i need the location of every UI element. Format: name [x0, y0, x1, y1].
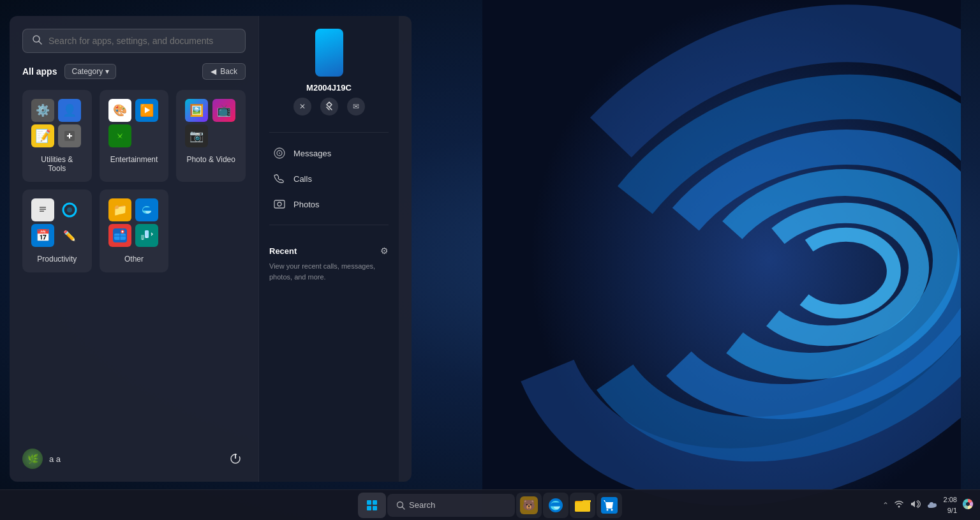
pen-icon: ✏️: [58, 224, 81, 247]
snip-icon: [58, 124, 81, 147]
other-icons: 📁: [108, 198, 160, 247]
category-chevron-icon: ▾: [105, 67, 109, 76]
photos-menu-item[interactable]: Photos: [269, 191, 389, 217]
category-label: Category: [71, 67, 103, 76]
search-bar[interactable]: [22, 29, 246, 53]
category-other[interactable]: 📁: [100, 189, 169, 272]
taskbar-center: Search 🐻: [358, 493, 622, 518]
calls-label: Calls: [293, 174, 312, 184]
phone-message-action[interactable]: ✉: [347, 98, 365, 115]
calendar-icon: 📅: [31, 224, 54, 247]
taskbar-app-edge[interactable]: [543, 493, 568, 518]
back-arrow-icon: ◀: [211, 67, 216, 76]
paint-icon: 🎨: [108, 99, 131, 122]
phone-device-section: M2004J19C ✕ ✉: [269, 29, 389, 124]
apps-header: All apps Category ▾ ◀ Back: [22, 63, 246, 80]
system-tray-expand[interactable]: ⌃: [882, 501, 889, 510]
category-utilities[interactable]: ⚙️ 👤 📝 Utilities & Tools: [22, 90, 92, 182]
entertainment-placeholder: [135, 124, 158, 147]
svg-point-25: [121, 231, 123, 233]
svg-point-48: [607, 509, 609, 510]
cortana-icon: [58, 198, 81, 221]
photos-app-icon: 🖼️: [185, 99, 208, 122]
other-label: Other: [108, 255, 160, 264]
utilities-label: Utilities & Tools: [31, 155, 83, 173]
user-icon: 👤: [58, 99, 81, 122]
divider-2: [269, 225, 389, 225]
svg-rect-40: [367, 506, 371, 510]
recent-description: View your recent calls, messages, photos…: [269, 261, 389, 282]
taskbar-app-file-explorer[interactable]: [570, 493, 595, 518]
divider-1: [269, 132, 389, 133]
phone-close-action[interactable]: ✕: [293, 98, 311, 115]
svg-point-52: [966, 502, 970, 506]
color-manager-icon[interactable]: [961, 497, 975, 513]
notepad-icon: [31, 198, 54, 221]
taskbar-search[interactable]: Search: [387, 494, 515, 517]
desktop: All apps Category ▾ ◀ Back ⚙️ 👤: [0, 0, 980, 520]
app-categories-grid: ⚙️ 👤 📝 Utilities & Tools: [22, 90, 246, 272]
desktop-wallpaper: [482, 0, 961, 520]
start-menu-left-panel: All apps Category ▾ ◀ Back ⚙️ 👤: [10, 16, 258, 482]
device-name: M2004J19C: [306, 83, 352, 93]
all-apps-title: All apps: [22, 66, 57, 77]
folder-icon: 📁: [108, 198, 131, 221]
apps-header-left: All apps Category ▾: [22, 64, 116, 79]
clock-date: 9/1: [944, 505, 957, 516]
calls-menu-item[interactable]: Calls: [269, 166, 389, 191]
sticky-icon: 📝: [31, 124, 54, 147]
photo-video-label: Photo & Video: [185, 155, 237, 164]
productivity-label: Productivity: [31, 255, 83, 264]
entertainment-label: Entertainment: [108, 155, 160, 164]
search-icon: [32, 34, 42, 47]
sound-icon[interactable]: [909, 498, 922, 512]
svg-point-35: [279, 152, 280, 154]
clock-time: 2:08: [944, 494, 957, 505]
category-productivity[interactable]: 📅 ✏️ Productivity: [22, 189, 92, 272]
taskbar-app-bear[interactable]: 🐻: [516, 493, 542, 518]
camera-icon: 📷: [185, 124, 208, 147]
video-app-icon: 📺: [212, 99, 235, 122]
entertainment-icons: 🎨 ▶️: [108, 99, 160, 147]
avatar: 🌿: [22, 449, 43, 469]
svg-rect-13: [38, 204, 48, 216]
recent-header: Recent ⚙: [269, 246, 389, 256]
category-entertainment[interactable]: 🎨 ▶️ Entertainment: [100, 90, 169, 182]
taskbar-right: ⌃: [882, 494, 975, 516]
taskbar-search-text: Search: [409, 500, 435, 510]
svg-rect-39: [373, 500, 377, 505]
phone-link-panel: M2004J19C ✕ ✉: [258, 16, 399, 482]
maps-icon: [108, 224, 131, 247]
recent-section: Recent ⚙ View your recent calls, message…: [269, 246, 389, 469]
clock[interactable]: 2:08 9/1: [944, 494, 957, 516]
taskbar-app-store[interactable]: [597, 493, 622, 518]
svg-line-43: [403, 507, 405, 509]
messages-menu-item[interactable]: Messages: [269, 140, 389, 166]
phone-device-icon: [315, 29, 343, 77]
recent-settings-icon[interactable]: ⚙: [380, 246, 389, 256]
svg-point-50: [898, 506, 900, 508]
search-input[interactable]: [48, 36, 236, 46]
power-button[interactable]: [225, 449, 246, 469]
svg-point-49: [611, 509, 613, 510]
username: a a: [49, 454, 61, 464]
messages-label: Messages: [293, 149, 331, 158]
user-section[interactable]: 🌿 a a: [22, 449, 61, 469]
svg-point-37: [278, 202, 281, 206]
phone-quick-actions: ✕ ✉: [293, 98, 365, 115]
category-button[interactable]: Category ▾: [64, 64, 116, 79]
network-icon[interactable]: [893, 498, 905, 512]
back-button[interactable]: ◀ Back: [202, 63, 246, 80]
phone-bluetooth-action[interactable]: [320, 98, 338, 115]
start-button[interactable]: [358, 493, 386, 518]
photo-placeholder: [212, 124, 235, 147]
svg-rect-41: [373, 506, 377, 510]
messages-icon: [273, 147, 286, 160]
weather-icon[interactable]: [926, 498, 940, 512]
svg-rect-38: [367, 500, 371, 505]
back-label: Back: [220, 67, 237, 76]
svg-point-44: [549, 498, 563, 512]
calls-icon: [273, 172, 286, 185]
category-photo-video[interactable]: 🖼️ 📺 📷 Photo & Video: [176, 90, 246, 182]
recent-title: Recent: [269, 246, 297, 256]
